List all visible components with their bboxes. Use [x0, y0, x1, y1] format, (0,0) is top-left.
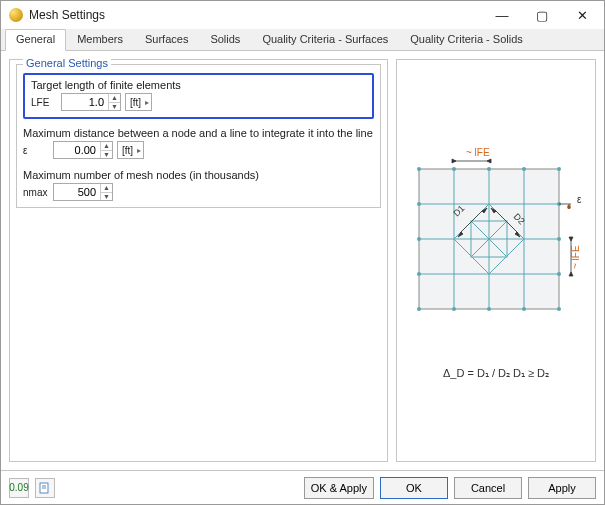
window-title: Mesh Settings	[29, 8, 482, 22]
cancel-button[interactable]: Cancel	[454, 477, 522, 499]
units-icon[interactable]: 0.09	[9, 478, 29, 498]
maxnodes-label: Maximum number of mesh nodes (in thousan…	[23, 169, 374, 181]
tabstrip: General Members Surfaces Solids Quality …	[1, 29, 604, 51]
diagram-lfe-side-label: ~ lFE	[570, 245, 581, 269]
maxnodes-field[interactable]	[54, 184, 100, 200]
maxdist-symbol: ε	[23, 145, 49, 156]
svg-point-24	[557, 272, 561, 276]
details-icon[interactable]	[35, 478, 55, 498]
mesh-settings-window: Mesh Settings — ▢ ✕ General Members Surf…	[0, 0, 605, 505]
ok-button[interactable]: OK	[380, 477, 448, 499]
svg-point-23	[417, 272, 421, 276]
preview-pane: ~ lFE ~ lFE ε D1 D2 Δ_D = D₁ / D₂ D₁ ≥ D…	[396, 59, 596, 462]
maxnodes-input[interactable]: ▲▼	[53, 183, 113, 201]
diagram-eps-label: ε	[577, 194, 582, 205]
maxnodes-row: nmax ▲▼	[23, 183, 374, 201]
maximize-button[interactable]: ▢	[522, 2, 562, 28]
app-icon	[9, 8, 23, 22]
maxdist-row: ε ▲▼ [ft]	[23, 141, 374, 159]
tab-quality-surfaces[interactable]: Quality Criteria - Surfaces	[251, 29, 399, 50]
svg-point-22	[557, 237, 561, 241]
titlebar: Mesh Settings — ▢ ✕	[1, 1, 604, 29]
window-controls: — ▢ ✕	[482, 2, 602, 28]
mesh-diagram-svg: ~ lFE ~ lFE ε D1 D2	[401, 141, 591, 351]
svg-point-26	[452, 307, 456, 311]
svg-point-25	[417, 307, 421, 311]
apply-button[interactable]: Apply	[528, 477, 596, 499]
target-length-symbol: LFE	[31, 97, 57, 108]
svg-point-21	[417, 237, 421, 241]
svg-point-15	[452, 167, 456, 171]
group-legend: General Settings	[23, 57, 111, 69]
workarea: General Settings Target length of finite…	[1, 51, 604, 470]
ok-apply-button[interactable]: OK & Apply	[304, 477, 374, 499]
svg-point-27	[487, 307, 491, 311]
document-icon	[39, 482, 51, 494]
svg-point-29	[557, 307, 561, 311]
svg-point-16	[487, 167, 491, 171]
tab-quality-solids[interactable]: Quality Criteria - Solids	[399, 29, 533, 50]
maxdist-field[interactable]	[54, 142, 100, 158]
diagram-lfe-top-label: ~ lFE	[466, 147, 490, 158]
svg-point-18	[557, 167, 561, 171]
target-length-row: LFE ▲▼ [ft]	[31, 93, 366, 111]
target-length-spinner[interactable]: ▲▼	[108, 94, 120, 110]
footer: 0.09 OK & Apply OK Cancel Apply	[1, 470, 604, 504]
target-length-label: Target length of finite elements	[31, 79, 366, 91]
tab-surfaces[interactable]: Surfaces	[134, 29, 199, 50]
maxdist-spinner[interactable]: ▲▼	[100, 142, 112, 158]
svg-point-19	[417, 202, 421, 206]
tab-members[interactable]: Members	[66, 29, 134, 50]
svg-point-14	[417, 167, 421, 171]
target-length-unit[interactable]: [ft]	[125, 93, 152, 111]
tab-solids[interactable]: Solids	[199, 29, 251, 50]
maxnodes-symbol: nmax	[23, 187, 49, 198]
target-length-input[interactable]: ▲▼	[61, 93, 121, 111]
close-button[interactable]: ✕	[562, 2, 602, 28]
svg-point-28	[522, 307, 526, 311]
settings-pane: General Settings Target length of finite…	[9, 59, 388, 462]
target-length-field[interactable]	[62, 94, 108, 110]
diagram-formula: Δ_D = D₁ / D₂ D₁ ≥ D₂	[401, 367, 591, 380]
svg-point-17	[522, 167, 526, 171]
minimize-button[interactable]: —	[482, 2, 522, 28]
general-settings-group: General Settings Target length of finite…	[16, 64, 381, 208]
maxdist-label: Maximum distance between a node and a li…	[23, 127, 374, 139]
maxdist-input[interactable]: ▲▼	[53, 141, 113, 159]
maxnodes-spinner[interactable]: ▲▼	[100, 184, 112, 200]
tab-general[interactable]: General	[5, 29, 66, 51]
maxdist-unit[interactable]: [ft]	[117, 141, 144, 159]
target-length-highlight: Target length of finite elements LFE ▲▼ …	[23, 73, 374, 119]
mesh-diagram: ~ lFE ~ lFE ε D1 D2 Δ_D = D₁ / D₂ D₁ ≥ D…	[397, 137, 595, 384]
